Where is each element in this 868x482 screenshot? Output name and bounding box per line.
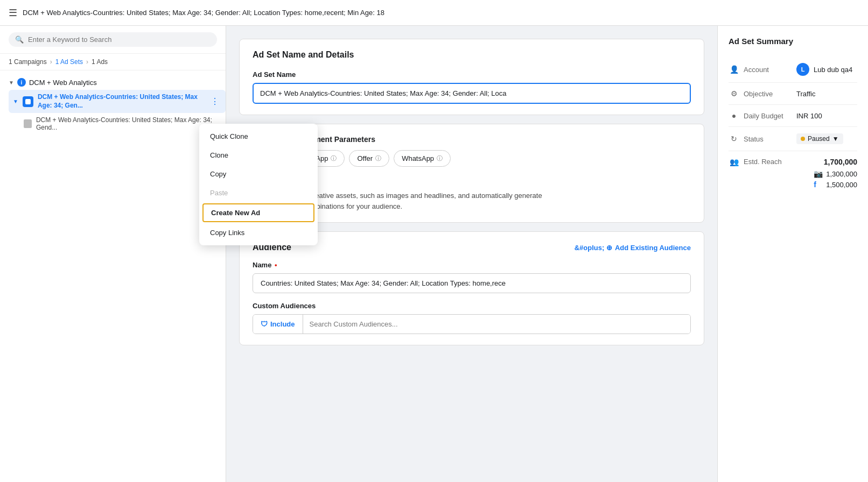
offer-label: Offer <box>357 154 373 162</box>
audience-card: Audience &#oplus; ⊕ Add Existing Audienc… <box>239 231 704 345</box>
facebook-icon: f <box>814 180 816 189</box>
account-value: Lub dub qa4 <box>814 66 852 74</box>
context-menu-clone[interactable]: Clone <box>199 146 318 165</box>
sidebar: 🔍 1 Campaigns › 1 Ad Sets › 1 Ads ▼ i DC… <box>0 26 226 482</box>
context-menu-quick-clone[interactable]: Quick Clone <box>199 127 318 146</box>
objective-icon: ⚙ <box>729 89 739 98</box>
objective-label: Objective <box>744 90 792 98</box>
adset-section-title: Ad Set Name and Details <box>253 50 691 60</box>
status-badge[interactable]: Paused ▼ <box>796 133 843 144</box>
include-button[interactable]: 🛡 Include <box>253 315 303 334</box>
dynamic-creative-subtitle: Dynamic Creative <box>253 175 691 184</box>
audience-header: Audience &#oplus; ⊕ Add Existing Audienc… <box>253 243 691 252</box>
context-menu: Quick Clone Clone Copy Paste Create New … <box>199 124 318 245</box>
status-icon: ↻ <box>729 134 739 143</box>
placement-whatsapp-btn[interactable]: WhatsApp ⓘ <box>394 150 451 167</box>
sidebar-ad-item[interactable]: DCM + Web Analytics-Countries: United St… <box>9 113 226 134</box>
sidebar-campaign-item[interactable]: ▼ i DCM + Web Analytics <box>0 75 226 90</box>
whatsapp-info-icon: ⓘ <box>437 154 443 162</box>
sidebar-tree: ▼ i DCM + Web Analytics ▼ DCM + Web Anal… <box>0 70 226 482</box>
ad-icon <box>24 119 32 128</box>
reach-icon: 👥 <box>729 158 739 166</box>
status-label: Status <box>744 135 792 143</box>
breadcrumb-sep-2: › <box>86 58 88 66</box>
campaign-label: DCM + Web Analytics <box>29 79 97 87</box>
search-input[interactable] <box>28 36 211 44</box>
summary-objective-row: ⚙ Objective Traffic <box>729 83 857 105</box>
campaign-caret-icon: ▼ <box>9 80 14 86</box>
context-menu-paste: Paste <box>199 183 318 202</box>
shield-icon: 🛡 <box>261 320 268 328</box>
status-value: Paused <box>808 135 830 143</box>
search-wrap: 🔍 <box>0 26 226 54</box>
name-required-indicator: • <box>275 261 277 269</box>
search-input-wrap: 🔍 <box>9 32 217 47</box>
campaign-info-icon: i <box>17 78 26 87</box>
adset-icon <box>23 96 33 107</box>
breadcrumb-ads: 1 Ads <box>92 58 108 66</box>
add-existing-audience-button[interactable]: &#oplus; ⊕ Add Existing Audience <box>575 244 691 252</box>
adset-name-card: Ad Set Name and Details Ad Set Name <box>239 39 704 115</box>
reach-label: Estd. Reach <box>744 158 792 166</box>
breadcrumb-sep-1: › <box>50 58 52 66</box>
context-menu-copy-links[interactable]: Copy Links <box>199 223 318 242</box>
add-existing-label: Add Existing Audience <box>615 244 691 252</box>
app-info-icon: ⓘ <box>331 154 337 162</box>
summary-budget-row: ● Daily Budget INR 100 <box>729 105 857 127</box>
svg-rect-0 <box>25 99 31 104</box>
main-content: Ad Set Name and Details Ad Set Name ⋯ Tr… <box>226 26 717 482</box>
context-menu-create-new-ad[interactable]: Create New Ad <box>202 203 314 222</box>
breadcrumb: 1 Campaigns › 1 Ad Sets › 1 Ads <box>0 54 226 70</box>
summary-status-row: ↻ Status Paused ▼ <box>729 127 857 151</box>
avatar: L <box>796 63 809 76</box>
search-icon: 🔍 <box>15 36 24 44</box>
custom-audiences-label: Custom Audiences <box>253 302 691 310</box>
adset-wrap: ▼ DCM + Web Analytics-Countries: United … <box>0 90 226 134</box>
include-label: Include <box>270 320 295 328</box>
facebook-reach-value: 1,500,000 <box>826 181 857 189</box>
adset-label: DCM + Web Analytics-Countries: United St… <box>38 93 204 110</box>
status-dot <box>801 137 805 141</box>
top-bar: ☰ DCM + Web Analytics-Countries: United … <box>0 0 868 26</box>
account-icon: 👤 <box>729 65 739 74</box>
adset-name-label: Ad Set Name <box>253 70 691 79</box>
audience-name-label: Name • <box>253 261 691 269</box>
panel-title: Ad Set Summary <box>729 37 857 46</box>
dynamic-creative-desc: Provide individual creative assets, such… <box>253 190 691 211</box>
add-icon: &#oplus; ⊕ <box>575 244 612 252</box>
instagram-reach-value: 1,300,000 <box>826 170 857 178</box>
summary-account-row: 👤 Account L Lub dub qa4 <box>729 56 857 83</box>
custom-audiences-box: 🛡 Include <box>253 314 691 334</box>
adset-name-input[interactable] <box>253 83 691 104</box>
placement-offer-btn[interactable]: Offer ⓘ <box>349 150 389 167</box>
whatsapp-label: WhatsApp <box>402 154 434 162</box>
sidebar-toggle-icon[interactable]: ☰ <box>9 7 17 19</box>
ad-label: DCM + Web Analytics-Countries: United St… <box>36 116 221 131</box>
breadcrumb-adsets[interactable]: 1 Ad Sets <box>55 58 83 66</box>
page-title: DCM + Web Analytics-Countries: United St… <box>23 9 384 17</box>
reach-main-value: 1,700,000 <box>814 158 857 166</box>
reach-instagram-row: 📷 1,300,000 <box>814 169 857 178</box>
budget-value: INR 100 <box>796 112 822 120</box>
account-label: Account <box>744 66 792 74</box>
reach-section: 👥 Estd. Reach 1,700,000 📷 1,300,000 f 1,… <box>729 151 857 197</box>
context-menu-copy[interactable]: Copy <box>199 165 318 183</box>
instagram-icon: 📷 <box>814 169 823 178</box>
budget-label: Daily Budget <box>744 112 792 120</box>
offer-info-icon: ⓘ <box>375 154 381 162</box>
reach-facebook-row: f 1,500,000 <box>814 180 857 189</box>
objective-value: Traffic <box>796 90 815 98</box>
traffic-subtitle: ⋯ Traffic & Placement Parameters <box>253 135 691 144</box>
custom-audiences-search[interactable] <box>303 315 690 334</box>
adset-caret-icon: ▼ <box>13 98 18 104</box>
sidebar-adset-item[interactable]: ▼ DCM + Web Analytics-Countries: United … <box>9 90 226 113</box>
adset-menu-button[interactable]: ⋮ <box>208 95 221 108</box>
breadcrumb-campaigns: 1 Campaigns <box>9 58 47 66</box>
right-panel: Ad Set Summary 👤 Account L Lub dub qa4 ⚙… <box>717 26 868 482</box>
budget-icon: ● <box>729 111 739 120</box>
status-dropdown-icon: ▼ <box>832 135 839 143</box>
placement-buttons: Messenger App ⓘ Offer ⓘ WhatsApp ⓘ <box>253 150 691 167</box>
audience-name-value: Countries: United States; Max Age: 34; G… <box>253 273 691 293</box>
